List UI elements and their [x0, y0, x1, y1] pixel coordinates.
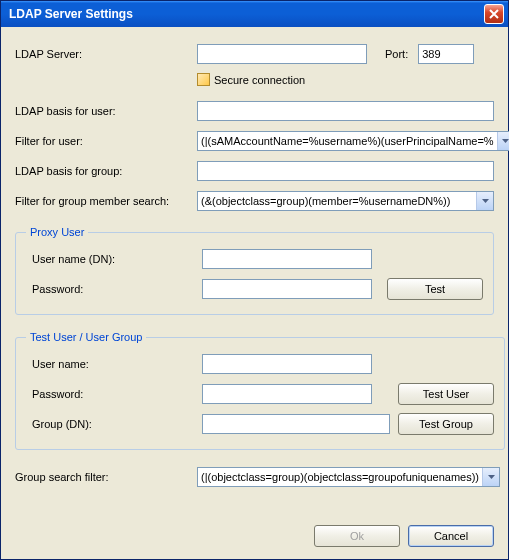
group-search-filter-combo[interactable]: (|(objectclass=group)(objectclass=groupo… [197, 467, 500, 487]
proxy-test-button[interactable]: Test [387, 278, 483, 300]
filter-user-combo[interactable]: (|(sAMAccountName=%username%)(userPrinci… [197, 131, 509, 151]
basis-group-label: LDAP basis for group: [15, 165, 197, 177]
row-basis-group: LDAP basis for group: [15, 160, 494, 182]
port-input[interactable] [418, 44, 474, 64]
ldap-server-label: LDAP Server: [15, 48, 197, 60]
secure-connection-label: Secure connection [214, 74, 305, 86]
test-password-label: Password: [26, 388, 202, 400]
ok-button[interactable]: Ok [314, 525, 400, 547]
filter-group-member-dropdown-button[interactable] [476, 192, 493, 210]
chevron-down-icon [502, 139, 509, 143]
basis-user-label: LDAP basis for user: [15, 105, 197, 117]
titlebar: LDAP Server Settings [1, 1, 508, 27]
proxy-password-label: Password: [26, 283, 202, 295]
secure-connection-checkbox[interactable] [197, 73, 210, 86]
chevron-down-icon [482, 199, 489, 203]
row-group-search-filter: Group search filter: (|(objectclass=grou… [15, 466, 494, 488]
ldap-server-input[interactable] [197, 44, 367, 64]
filter-user-label: Filter for user: [15, 135, 197, 147]
proxy-user-group: Proxy User User name (DN): Password: Tes… [15, 226, 494, 315]
proxy-password-input[interactable] [202, 279, 372, 299]
proxy-username-input[interactable] [202, 249, 372, 269]
test-group-button[interactable]: Test Group [398, 413, 494, 435]
row-proxy-password: Password: Test [26, 278, 483, 300]
test-group-label: Group (DN): [26, 418, 202, 430]
dialog-window: LDAP Server Settings LDAP Server: Port: … [0, 0, 509, 560]
filter-group-member-combo[interactable]: (&(objectclass=group)(member=%usernameDN… [197, 191, 494, 211]
row-filter-group-member: Filter for group member search: (&(objec… [15, 190, 494, 212]
row-secure-connection: Secure connection [197, 73, 494, 86]
row-basis-user: LDAP basis for user: [15, 100, 494, 122]
test-user-legend: Test User / User Group [26, 331, 146, 343]
row-test-password: Password: Test User [26, 383, 494, 405]
row-test-group: Group (DN): Test Group [26, 413, 494, 435]
filter-user-value: (|(sAMAccountName=%username%)(userPrinci… [198, 135, 497, 147]
dialog-footer: Ok Cancel [15, 519, 494, 547]
test-user-group: Test User / User Group User name: Passwo… [15, 331, 505, 450]
basis-user-input[interactable] [197, 101, 494, 121]
filter-group-member-value: (&(objectclass=group)(member=%usernameDN… [198, 195, 476, 207]
dialog-content: LDAP Server: Port: Secure connection LDA… [1, 27, 508, 559]
group-search-filter-dropdown-button[interactable] [482, 468, 499, 486]
filter-user-dropdown-button[interactable] [497, 132, 509, 150]
proxy-user-legend: Proxy User [26, 226, 88, 238]
group-search-filter-value: (|(objectclass=group)(objectclass=groupo… [198, 471, 482, 483]
close-icon [489, 9, 499, 19]
window-title: LDAP Server Settings [9, 7, 484, 21]
test-user-button[interactable]: Test User [398, 383, 494, 405]
chevron-down-icon [488, 475, 495, 479]
port-label: Port: [385, 48, 408, 60]
group-search-filter-label: Group search filter: [15, 471, 197, 483]
row-proxy-username: User name (DN): [26, 248, 483, 270]
cancel-button[interactable]: Cancel [408, 525, 494, 547]
row-test-username: User name: [26, 353, 494, 375]
row-filter-user: Filter for user: (|(sAMAccountName=%user… [15, 130, 494, 152]
row-ldap-server: LDAP Server: Port: [15, 43, 494, 65]
test-group-input[interactable] [202, 414, 390, 434]
filter-group-member-label: Filter for group member search: [15, 195, 197, 207]
proxy-username-label: User name (DN): [26, 253, 202, 265]
test-username-input[interactable] [202, 354, 372, 374]
close-button[interactable] [484, 4, 504, 24]
basis-group-input[interactable] [197, 161, 494, 181]
test-password-input[interactable] [202, 384, 372, 404]
test-username-label: User name: [26, 358, 202, 370]
